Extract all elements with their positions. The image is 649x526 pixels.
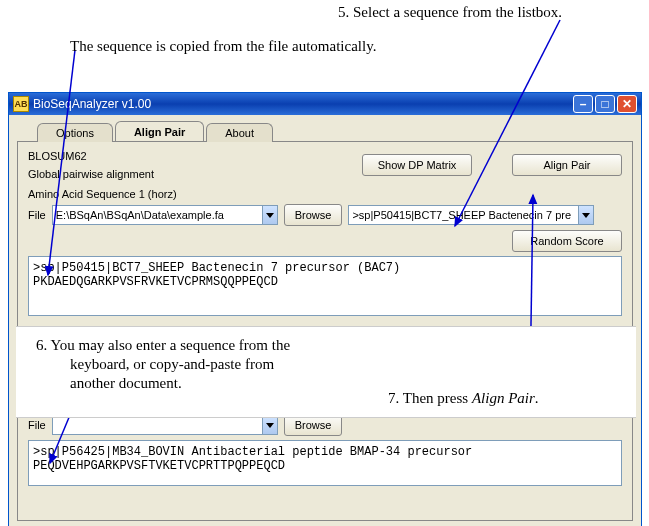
tab-align-pair[interactable]: Align Pair — [115, 121, 204, 141]
annotation-step-5: 5. Select a sequence from the listbox. — [338, 4, 562, 21]
chevron-down-icon — [266, 423, 274, 428]
file-path-combo-2[interactable] — [52, 415, 278, 435]
window-title: BioSeqAnalyzer v1.00 — [33, 97, 151, 111]
tab-about[interactable]: About — [206, 123, 273, 142]
file-path-combo-1[interactable] — [52, 205, 278, 225]
minimize-button[interactable]: – — [573, 95, 593, 113]
seq1-section-label: Amino Acid Sequence 1 (horz) — [28, 188, 622, 200]
annotation-step-6-line1: 6. You may also enter a sequence from th… — [36, 337, 290, 354]
annotation-step-7: 7. Then press Align Pair. — [388, 390, 539, 407]
annotation-step-7-em: Align Pair — [472, 390, 535, 406]
sequence-textarea-2[interactable] — [28, 440, 622, 486]
annotation-step-6-line3: another document. — [70, 375, 182, 392]
titlebar[interactable]: AB BioSeqAnalyzer v1.00 – □ ✕ — [9, 93, 641, 115]
app-icon: AB — [13, 96, 29, 112]
file-label-1: File — [28, 209, 46, 221]
browse-button-1[interactable]: Browse — [284, 204, 343, 226]
close-button[interactable]: ✕ — [617, 95, 637, 113]
maximize-button[interactable]: □ — [595, 95, 615, 113]
sequence-select-input[interactable] — [348, 205, 578, 225]
annotation-step-6-line2: keyboard, or copy-and-paste from — [70, 356, 274, 373]
alignment-type-label: Global pairwise alignment — [28, 168, 154, 180]
app-window: AB BioSeqAnalyzer v1.00 – □ ✕ Options Al… — [8, 92, 642, 526]
sequence-select-drop[interactable] — [578, 205, 594, 225]
matrix-label: BLOSUM62 — [28, 150, 154, 162]
file-path-drop-2[interactable] — [262, 415, 278, 435]
sequence-select-combo[interactable] — [348, 205, 594, 225]
chevron-down-icon — [582, 213, 590, 218]
show-dp-matrix-button[interactable]: Show DP Matrix — [362, 154, 472, 176]
file-label-2: File — [28, 419, 46, 431]
align-pair-button[interactable]: Align Pair — [512, 154, 622, 176]
annotation-auto-copy: The sequence is copied from the file aut… — [70, 38, 376, 55]
file-path-drop-1[interactable] — [262, 205, 278, 225]
file-path-input-2[interactable] — [52, 415, 262, 435]
chevron-down-icon — [266, 213, 274, 218]
random-score-button[interactable]: Random Score — [512, 230, 622, 252]
sequence-textarea-1[interactable] — [28, 256, 622, 316]
file-path-input-1[interactable] — [52, 205, 262, 225]
tab-options[interactable]: Options — [37, 123, 113, 142]
